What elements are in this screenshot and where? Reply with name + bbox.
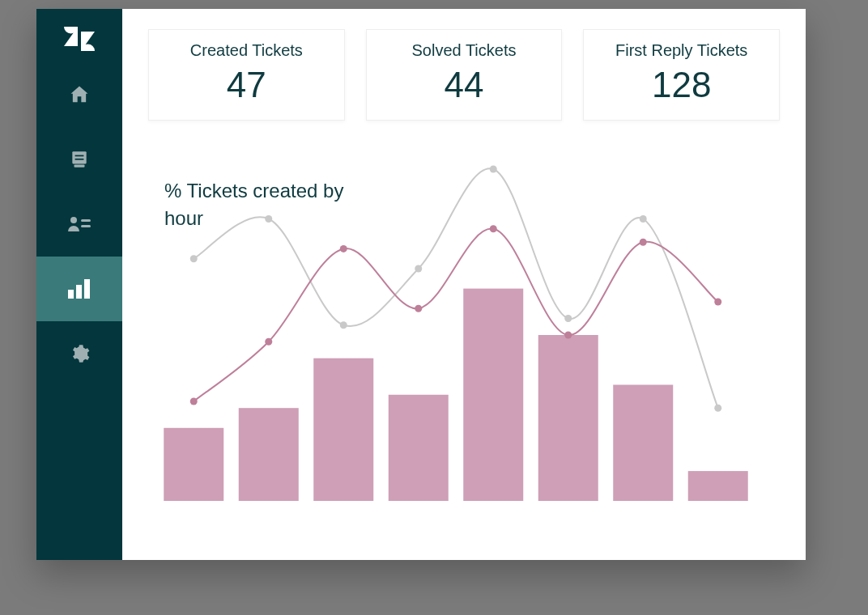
kpi-label: First Reply Tickets (592, 41, 771, 60)
chart-line-secondary-point (415, 265, 422, 273)
chart-line-secondary-point (190, 255, 198, 262)
kpi-value: 47 (157, 65, 336, 105)
chart-line-primary-point (714, 299, 721, 306)
nav-reports[interactable] (36, 257, 122, 321)
svg-rect-1 (74, 165, 85, 168)
kpi-cards: Created Tickets 47 Solved Tickets 44 Fir… (148, 29, 780, 121)
kpi-value: 44 (375, 65, 554, 105)
svg-point-4 (70, 217, 77, 223)
sidebar (36, 9, 122, 560)
zendesk-logo-icon (64, 27, 95, 54)
home-icon (68, 83, 91, 106)
kpi-card-created[interactable]: Created Tickets 47 (148, 29, 345, 121)
gear-icon (69, 343, 90, 364)
chart-line-primary-point (490, 225, 497, 232)
kpi-label: Solved Tickets (375, 41, 554, 60)
chart-line-primary-point (190, 398, 198, 405)
svg-rect-3 (75, 159, 84, 160)
svg-rect-8 (76, 285, 82, 299)
contacts-icon (68, 215, 91, 233)
svg-rect-7 (68, 290, 74, 299)
chart-bar (613, 385, 673, 502)
chart-title: % Tickets created by hour (164, 177, 351, 231)
chart-line-primary (194, 229, 718, 401)
chart-bar (538, 335, 598, 501)
chart-line-primary-point (340, 245, 347, 252)
chart-bar (389, 395, 449, 501)
svg-rect-5 (81, 219, 91, 222)
chart-line-secondary-point (490, 166, 497, 173)
nav-tickets[interactable] (36, 127, 122, 192)
kpi-value: 128 (592, 65, 771, 105)
chart-line-primary-point (415, 305, 422, 312)
bar-chart-icon (68, 279, 91, 299)
chart-bar (688, 471, 748, 501)
main-content: Created Tickets 47 Solved Tickets 44 Fir… (122, 9, 806, 560)
nav-settings[interactable] (36, 321, 122, 386)
kpi-card-solved[interactable]: Solved Tickets 44 (366, 29, 563, 121)
chart-bar (313, 358, 373, 501)
chart-bar (239, 408, 299, 501)
chart-line-secondary-point (340, 321, 347, 329)
kpi-label: Created Tickets (157, 41, 336, 60)
chart-line-primary-point (640, 239, 647, 246)
chart-line-secondary-point (564, 315, 572, 322)
svg-rect-6 (81, 225, 91, 227)
chart-line-primary-point (265, 338, 272, 346)
svg-rect-9 (84, 279, 90, 299)
nav-home[interactable] (36, 62, 122, 127)
app-window: Created Tickets 47 Solved Tickets 44 Fir… (36, 9, 806, 560)
kpi-card-first-reply[interactable]: First Reply Tickets 128 (583, 29, 780, 121)
svg-rect-0 (72, 151, 86, 163)
svg-rect-2 (75, 155, 84, 157)
chart-bar (463, 289, 523, 501)
chart-line-secondary-point (714, 405, 721, 412)
chart-bar (164, 428, 223, 501)
ticket-icon (69, 149, 90, 170)
chart-line-primary-point (564, 332, 572, 339)
chart-line-secondary-point (640, 215, 647, 223)
sidebar-nav (36, 62, 122, 386)
chart-area: % Tickets created by hour (148, 153, 780, 560)
nav-contacts[interactable] (36, 192, 122, 257)
